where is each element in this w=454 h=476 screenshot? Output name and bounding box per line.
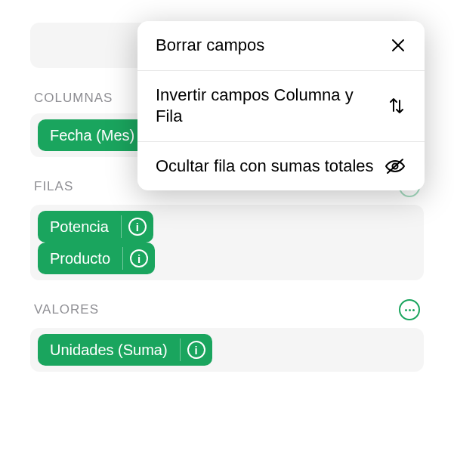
context-menu: Borrar campos Invertir campos Columna y … <box>137 21 425 190</box>
section-label-valores: VALORES <box>34 302 99 317</box>
info-icon: i <box>128 218 147 236</box>
info-icon: i <box>187 341 205 359</box>
menu-item-borrar-campos[interactable]: Borrar campos <box>137 21 425 70</box>
menu-item-ocultar-fila[interactable]: Ocultar fila con sumas totales <box>137 141 425 191</box>
chip-label: Fecha (Mes) <box>38 119 147 151</box>
chip-producto[interactable]: Producto i <box>38 243 155 274</box>
section-label-columnas: COLUMNAS <box>34 91 113 106</box>
swap-icon <box>387 96 406 116</box>
chip-info-button[interactable]: i <box>123 243 155 274</box>
menu-item-invertir-campos[interactable]: Invertir campos Columna y Fila <box>137 70 425 141</box>
chip-unidades-suma[interactable]: Unidades (Suma) i <box>38 334 212 366</box>
menu-item-label: Ocultar fila con sumas totales <box>156 156 384 178</box>
section-valores: VALORES Unidades (Suma) i <box>30 299 424 372</box>
chip-label: Potencia <box>38 211 121 243</box>
menu-item-label: Borrar campos <box>156 35 390 57</box>
chip-info-button[interactable]: i <box>181 334 212 366</box>
chip-label: Unidades (Suma) <box>38 334 180 366</box>
section-label-filas: FILAS <box>34 179 73 194</box>
close-icon <box>390 37 406 54</box>
chip-label: Producto <box>38 243 122 274</box>
more-icon <box>405 309 415 311</box>
section-filas: FILAS Potencia i Producto <box>30 176 424 280</box>
chip-info-button[interactable]: i <box>122 211 153 243</box>
hide-icon <box>384 157 406 175</box>
menu-item-label: Invertir campos Columna y Fila <box>156 85 387 128</box>
info-icon: i <box>130 249 148 267</box>
valores-more-button[interactable] <box>399 299 420 320</box>
chip-potencia[interactable]: Potencia i <box>38 211 153 243</box>
